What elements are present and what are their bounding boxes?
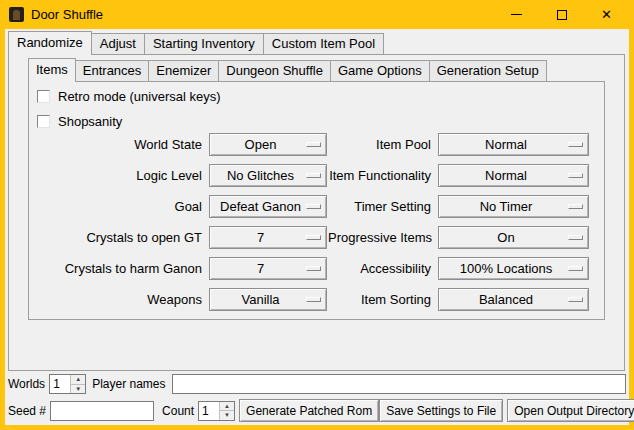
tab-randomize[interactable]: Randomize: [8, 31, 92, 55]
dropdown-indicator-icon: [306, 266, 321, 271]
spin-up-button[interactable]: ▲: [71, 375, 85, 384]
option-row: Accessibility 100% Locations: [328, 253, 589, 284]
worlds-row: Worlds ▲ ▼ Player names: [8, 373, 626, 395]
app-icon[interactable]: [9, 7, 24, 22]
timer-setting-dropdown[interactable]: No Timer: [438, 195, 589, 218]
minimize-icon: [511, 14, 522, 15]
tab-custom-item-pool[interactable]: Custom Item Pool: [263, 33, 384, 54]
count-spinner-buttons: ▲ ▼: [219, 402, 234, 420]
option-row: Weapons Vanilla: [49, 284, 327, 315]
option-row: Crystals to open GT 7: [49, 222, 327, 253]
crystals-open-gt-label: Crystals to open GT: [49, 230, 209, 245]
count-spinner: ▲ ▼: [198, 401, 235, 421]
dropdown-indicator-icon: [306, 297, 321, 302]
tab-enemizer[interactable]: Enemizer: [148, 60, 219, 81]
randomize-panel: Retro mode (universal keys) Shopsanity W…: [8, 54, 625, 371]
tab-starting-inventory[interactable]: Starting Inventory: [144, 33, 264, 54]
accessibility-label: Accessibility: [328, 261, 438, 276]
spin-down-icon: ▼: [75, 386, 81, 392]
logic-level-label: Logic Level: [49, 168, 209, 183]
dropdown-indicator-icon: [568, 297, 583, 302]
dropdown-indicator-icon: [568, 142, 583, 147]
options-column-right: Item Pool Normal Item Functionality Norm…: [328, 129, 589, 315]
tab-generation-setup[interactable]: Generation Setup: [429, 60, 547, 81]
dropdown-indicator-icon: [568, 173, 583, 178]
option-row: Progressive Items On: [328, 222, 589, 253]
world-state-dropdown[interactable]: Open: [209, 133, 327, 156]
worlds-spinner: ▲ ▼: [49, 374, 86, 394]
retro-mode-label: Retro mode (universal keys): [58, 89, 221, 104]
item-pool-dropdown[interactable]: Normal: [438, 133, 589, 156]
weapons-dropdown[interactable]: Vanilla: [209, 288, 327, 311]
option-row: Timer Setting No Timer: [328, 191, 589, 222]
window-controls: ✕: [494, 0, 629, 29]
dropdown-indicator-icon: [306, 204, 321, 209]
accessibility-dropdown[interactable]: 100% Locations: [438, 257, 589, 280]
option-row: Goal Defeat Ganon: [49, 191, 327, 222]
worlds-label: Worlds: [8, 377, 45, 391]
item-functionality-label: Item Functionality: [328, 168, 438, 183]
world-state-label: World State: [49, 137, 209, 152]
spin-up-icon: ▲: [224, 403, 230, 409]
window-title: Door Shuffle: [31, 7, 103, 22]
logic-level-dropdown[interactable]: No Glitches: [209, 164, 327, 187]
generate-patched-rom-button[interactable]: Generate Patched Rom: [239, 399, 379, 422]
spin-down-button[interactable]: ▼: [71, 384, 85, 394]
option-row: Item Sorting Balanced: [328, 284, 589, 315]
count-label: Count: [162, 404, 194, 418]
dropdown-indicator-icon: [568, 235, 583, 240]
seed-row: Seed # Count ▲ ▼ Generate Patched Rom Sa…: [8, 399, 626, 422]
main-tab-bar: Randomize Adjust Starting Inventory Cust…: [8, 31, 383, 55]
tab-adjust[interactable]: Adjust: [91, 33, 145, 54]
seed-label: Seed #: [8, 404, 46, 418]
item-sorting-label: Item Sorting: [328, 292, 438, 307]
minimize-button[interactable]: [494, 0, 539, 29]
close-icon: ✕: [601, 7, 612, 22]
titlebar: Door Shuffle ✕: [0, 0, 634, 29]
tab-game-options[interactable]: Game Options: [330, 60, 430, 81]
goal-dropdown[interactable]: Defeat Ganon: [209, 195, 327, 218]
goal-label: Goal: [49, 199, 209, 214]
shopsanity-checkbox-row: Shopsanity: [37, 113, 122, 129]
dropdown-indicator-icon: [568, 204, 583, 209]
dropdown-indicator-icon: [306, 142, 321, 147]
shopsanity-label: Shopsanity: [58, 114, 122, 129]
crystals-harm-ganon-dropdown[interactable]: 7: [209, 257, 327, 280]
crystals-harm-ganon-label: Crystals to harm Ganon: [49, 261, 209, 276]
tab-entrances[interactable]: Entrances: [75, 60, 150, 81]
count-input[interactable]: [199, 402, 219, 420]
player-names-input[interactable]: [172, 374, 627, 394]
weapons-label: Weapons: [49, 292, 209, 307]
save-settings-button[interactable]: Save Settings to File: [379, 399, 503, 422]
open-output-directory-button[interactable]: Open Output Directory: [507, 399, 634, 422]
sub-tab-bar: Items Entrances Enemizer Dungeon Shuffle…: [28, 58, 546, 82]
timer-setting-label: Timer Setting: [328, 199, 438, 214]
worlds-input[interactable]: [50, 375, 70, 393]
option-row: Logic Level No Glitches: [49, 160, 327, 191]
client-area: Retro mode (universal keys) Shopsanity W…: [5, 29, 629, 425]
player-names-label: Player names: [92, 377, 165, 391]
shopsanity-checkbox[interactable]: [37, 115, 50, 128]
crystals-open-gt-dropdown[interactable]: 7: [209, 226, 327, 249]
seed-input[interactable]: [50, 401, 154, 421]
tab-items[interactable]: Items: [28, 58, 76, 82]
spin-down-button[interactable]: ▼: [220, 410, 234, 420]
close-button[interactable]: ✕: [584, 0, 629, 29]
item-sorting-dropdown[interactable]: Balanced: [438, 288, 589, 311]
item-functionality-dropdown[interactable]: Normal: [438, 164, 589, 187]
spin-up-button[interactable]: ▲: [220, 402, 234, 411]
tab-dungeon-shuffle[interactable]: Dungeon Shuffle: [218, 60, 331, 81]
worlds-spinner-buttons: ▲ ▼: [70, 375, 85, 393]
items-panel: Retro mode (universal keys) Shopsanity W…: [28, 81, 605, 320]
progressive-items-label: Progressive Items: [328, 230, 438, 245]
dropdown-indicator-icon: [568, 266, 583, 271]
option-row: World State Open: [49, 129, 327, 160]
retro-mode-checkbox[interactable]: [37, 90, 50, 103]
maximize-icon: [557, 10, 567, 20]
option-row: Item Functionality Normal: [328, 160, 589, 191]
dropdown-indicator-icon: [306, 235, 321, 240]
dropdown-indicator-icon: [306, 173, 321, 178]
maximize-button[interactable]: [539, 0, 584, 29]
item-pool-label: Item Pool: [328, 137, 438, 152]
progressive-items-dropdown[interactable]: On: [438, 226, 589, 249]
